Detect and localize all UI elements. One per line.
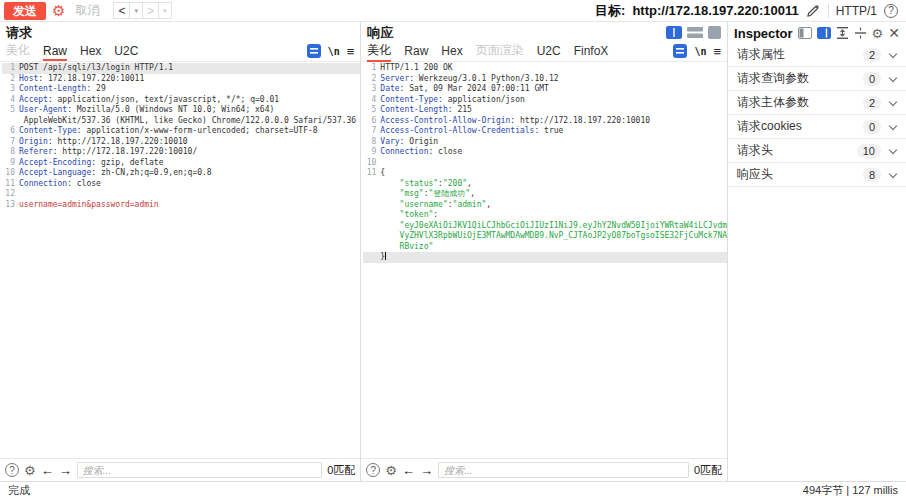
editor-line[interactable]: 5Content-Length: 215 — [363, 105, 727, 116]
tab-FinfoX[interactable]: FinfoX — [574, 42, 609, 61]
editor-line[interactable]: 2Host: 172.18.197.220:10011 — [2, 74, 360, 85]
dock-left-icon[interactable] — [798, 27, 812, 39]
editor-menu-icon[interactable]: ≡ — [347, 45, 355, 58]
help-icon[interactable]: ? — [884, 4, 898, 18]
tab-Hex[interactable]: Hex — [441, 42, 462, 61]
editor-line[interactable]: VyZHVlX3RpbWUiOjE3MTAwMDAwMDB9.NvP_CJTAo… — [363, 231, 727, 242]
show-newline-icon[interactable]: \n — [694, 46, 706, 57]
show-newline-icon[interactable]: \n — [328, 46, 340, 57]
editor-line[interactable]: 10Accept-Language: zh-CN,zh;q=0.9,en;q=0… — [2, 168, 360, 179]
history-back-button[interactable]: < — [113, 2, 130, 19]
history-back-dropdown[interactable]: ▾ — [129, 2, 143, 19]
tab-U2C[interactable]: U2C — [114, 42, 138, 61]
editor-line[interactable]: AppleWebKit/537.36 (KHTML, like Gecko) C… — [2, 116, 360, 127]
inspector-row-响应头[interactable]: 响应头8 — [728, 163, 906, 187]
search-settings-gear-icon[interactable]: ⚙ — [24, 464, 36, 477]
request-editor-icons: \n ≡ — [307, 44, 355, 58]
tab-Raw[interactable]: Raw — [404, 42, 428, 61]
tab-Raw[interactable]: Raw — [43, 42, 67, 61]
send-button[interactable]: 发送 — [4, 2, 46, 20]
editor-line[interactable]: 1POST /api/sqli/l3/login HTTP/1.1 — [2, 63, 360, 74]
inspector-row-请求头[interactable]: 请求头10 — [728, 139, 906, 163]
expand-all-icon[interactable] — [836, 27, 849, 39]
editor-line[interactable]: "msg":"登陆成功", — [363, 189, 727, 200]
editor-line[interactable]: 10 — [363, 158, 727, 169]
tab-美化[interactable]: 美化 — [367, 40, 391, 62]
inspector-settings-gear-icon[interactable]: ⚙ — [872, 27, 884, 40]
tab-Hex[interactable]: Hex — [80, 42, 101, 61]
editor-line[interactable]: "username":"admin", — [363, 200, 727, 211]
history-forward-button[interactable]: > — [142, 2, 159, 19]
line-number: 11 — [2, 179, 15, 190]
editor-line[interactable]: 6Access-Control-Allow-Origin: http://172… — [363, 116, 727, 127]
response-editor[interactable]: 1HTTP/1.1 200 OK2Server: Werkzeug/3.0.1 … — [361, 62, 727, 458]
search-help-icon[interactable]: ? — [366, 463, 380, 477]
editor-line[interactable]: 11{ — [363, 168, 727, 179]
response-search-row: ? ⚙ ← → 0匹配 — [361, 458, 727, 481]
chevron-down-icon — [889, 97, 897, 105]
inspector-close-icon[interactable]: ✕ — [888, 27, 900, 39]
line-content: Access-Control-Allow-Origin: http://172.… — [380, 116, 650, 127]
editor-line[interactable]: 9Connection: close — [363, 147, 727, 158]
layout-columns-icon[interactable] — [666, 26, 682, 39]
dock-right-icon[interactable] — [817, 27, 831, 39]
response-search-input[interactable] — [438, 462, 689, 478]
find-next-icon[interactable]: → — [59, 464, 72, 477]
editor-line[interactable]: RBvizo" — [363, 242, 727, 253]
inspector-row-请求主体参数[interactable]: 请求主体参数2 — [728, 91, 906, 115]
collapse-all-icon[interactable] — [854, 27, 867, 39]
line-content: AppleWebKit/537.36 (KHTML, like Gecko) C… — [19, 116, 356, 127]
editor-line[interactable]: 9Accept-Encoding: gzip, deflate — [2, 158, 360, 169]
cancel-button[interactable]: 取消 — [71, 2, 103, 19]
editor-line[interactable]: 7Origin: http://172.18.197.220:10010 — [2, 137, 360, 148]
layout-rows-icon[interactable] — [687, 26, 703, 39]
response-panel-title: 响应 — [367, 24, 393, 42]
editor-line[interactable]: 3Date: Sat, 09 Mar 2024 07:00:11 GMT — [363, 84, 727, 95]
search-settings-gear-icon[interactable]: ⚙ — [385, 464, 397, 477]
editor-line[interactable]: "token": — [363, 210, 727, 221]
editor-line[interactable]: 4Accept: application/json, text/javascri… — [2, 95, 360, 106]
inspector-row-label: 请求cookies — [737, 118, 802, 135]
editor-line[interactable]: 4Content-Type: application/json — [363, 95, 727, 106]
inspector-row-请求cookies[interactable]: 请求cookies0 — [728, 115, 906, 139]
inspector-header: Inspector ⚙ ✕ — [728, 22, 906, 43]
history-forward-dropdown[interactable]: ▾ — [158, 2, 172, 19]
request-panel-title: 请求 — [6, 24, 32, 42]
request-search-input[interactable] — [77, 462, 323, 478]
find-previous-icon[interactable]: ← — [41, 464, 54, 477]
http-version-select[interactable]: HTTP/1 — [836, 4, 877, 18]
editor-line[interactable]: 7Access-Control-Allow-Credentials: true — [363, 126, 727, 137]
layout-single-icon[interactable] — [708, 26, 721, 39]
editor-line[interactable]: 8Vary: Origin — [363, 137, 727, 148]
fuzzer-settings-gear-icon[interactable]: ⚙ — [52, 3, 65, 18]
tab-U2C[interactable]: U2C — [537, 42, 561, 61]
line-content: Host: 172.18.197.220:10011 — [19, 74, 144, 85]
editor-line[interactable]: 5User-Agent: Mozilla/5.0 (Windows NT 10.… — [2, 105, 360, 116]
search-help-icon[interactable]: ? — [5, 463, 19, 477]
editor-menu-icon[interactable]: ≡ — [714, 45, 722, 58]
editor-view-mode-icon[interactable] — [673, 44, 687, 58]
request-editor[interactable]: 1POST /api/sqli/l3/login HTTP/1.12Host: … — [0, 62, 360, 458]
edit-target-pencil-icon[interactable] — [806, 3, 821, 18]
editor-line[interactable]: 11Connection: close — [2, 179, 360, 190]
line-content: Server: Werkzeug/3.0.1 Python/3.10.12 — [380, 74, 558, 85]
inspector-row-请求属性[interactable]: 请求属性2 — [728, 43, 906, 67]
line-number: 2 — [2, 74, 15, 85]
request-title-row: 请求 — [0, 22, 360, 41]
size-and-timing: 494字节 | 127 millis — [803, 483, 898, 498]
editor-line[interactable]: "eyJ0eXAiOiJKV1QiLCJhbGciOiJIUzI1NiJ9.ey… — [363, 221, 727, 232]
inspector-panel: Inspector ⚙ ✕ 请求属性2请求查询参数0请求主体参数2请求cooki… — [728, 22, 906, 481]
inspector-row-请求查询参数[interactable]: 请求查询参数0 — [728, 67, 906, 91]
editor-line[interactable]: 12 — [2, 189, 360, 200]
editor-line[interactable]: } — [363, 252, 727, 263]
editor-line[interactable]: 2Server: Werkzeug/3.0.1 Python/3.10.12 — [363, 74, 727, 85]
editor-line[interactable]: 3Content-Length: 29 — [2, 84, 360, 95]
editor-line[interactable]: 13username=admin&password=admin — [2, 200, 360, 211]
editor-line[interactable]: 1HTTP/1.1 200 OK — [363, 63, 727, 74]
editor-view-mode-icon[interactable] — [307, 44, 321, 58]
editor-line[interactable]: "status":"200", — [363, 179, 727, 190]
editor-line[interactable]: 6Content-Type: application/x-www-form-ur… — [2, 126, 360, 137]
find-next-icon[interactable]: → — [420, 464, 433, 477]
editor-line[interactable]: 8Referer: http://172.18.197.220:10010/ — [2, 147, 360, 158]
find-previous-icon[interactable]: ← — [402, 464, 415, 477]
